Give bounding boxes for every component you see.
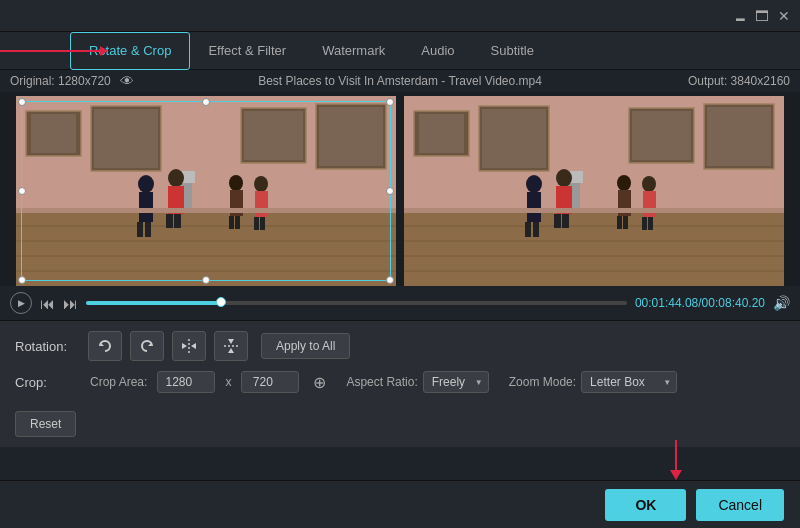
arrow-line [675,440,677,470]
crop-width-input[interactable] [157,371,215,393]
left-preview-inner [16,96,396,286]
rotation-label: Rotation: [15,339,80,354]
crop-handle-bl[interactable] [18,276,26,284]
svg-rect-63 [642,217,647,230]
svg-rect-64 [648,217,653,230]
svg-rect-46 [707,107,771,166]
video-previews [0,92,800,286]
svg-rect-50 [527,192,541,222]
crop-handle-mr[interactable] [386,187,394,195]
crop-label: Crop: [15,375,80,390]
svg-rect-55 [554,214,561,228]
svg-rect-33 [404,211,784,286]
zoom-mode-label: Zoom Mode: [509,375,576,389]
tab-audio[interactable]: Audio [403,32,472,70]
svg-rect-52 [533,222,539,237]
apply-to-all-button[interactable]: Apply to All [261,333,350,359]
aspect-ratio-select[interactable]: Freely 16:9 4:3 1:1 [423,371,489,393]
original-resolution: Original: 1280x720 [10,74,111,88]
tab-bar: Rotate & Crop Effect & Filter Watermark … [0,32,800,70]
svg-rect-62 [643,191,656,217]
play-button[interactable]: ▶ [10,292,32,314]
progress-bar[interactable] [86,301,627,305]
svg-rect-59 [617,216,622,229]
tab-subtitle[interactable]: Subtitle [473,32,552,70]
aspect-ratio-group: Aspect Ratio: Freely 16:9 4:3 1:1 [346,371,488,393]
svg-rect-56 [562,214,569,228]
x-separator: x [225,375,231,389]
crop-handle-br[interactable] [386,276,394,284]
ok-indicator-arrow [670,440,682,480]
flip-horizontal-button[interactable] [172,331,206,361]
minimize-button[interactable]: 🗕 [732,8,748,24]
title-bar-buttons: 🗕 🗖 ✕ [732,8,792,24]
svg-rect-44 [632,111,691,160]
video-info-bar: Original: 1280x720 👁 Best Places to Visi… [0,70,800,92]
svg-marker-70 [191,343,196,349]
output-info: Output: 3840x2160 [688,74,790,88]
svg-rect-42 [482,109,546,168]
svg-marker-72 [228,339,234,344]
svg-point-49 [526,175,542,193]
close-button[interactable]: ✕ [776,8,792,24]
zoom-mode-select-wrap: Letter Box Pan & Scan Full [581,371,677,393]
move-icon: ⊕ [313,373,326,392]
crop-handle-tl[interactable] [18,98,26,106]
svg-rect-51 [525,222,531,237]
zoom-mode-select[interactable]: Letter Box Pan & Scan Full [581,371,677,393]
cancel-button[interactable]: Cancel [696,489,784,521]
left-preview [16,96,396,286]
original-info: Original: 1280x720 👁 [10,73,134,89]
svg-point-57 [617,175,631,191]
reset-button[interactable]: Reset [15,411,76,437]
crop-handle-tm[interactable] [202,98,210,106]
crop-width-wrap [157,371,215,393]
time-display: 00:01:44.08/00:08:40.20 [635,296,765,310]
rotate-right-button[interactable] [130,331,164,361]
aspect-ratio-select-wrap: Freely 16:9 4:3 1:1 [423,371,489,393]
svg-marker-69 [182,343,187,349]
tab-watermark[interactable]: Watermark [304,32,403,70]
ok-button[interactable]: OK [605,489,686,521]
eye-icon[interactable]: 👁 [120,73,134,89]
crop-handle-ml[interactable] [18,187,26,195]
svg-rect-65 [404,208,784,213]
crop-overlay[interactable] [21,101,391,281]
svg-rect-60 [623,216,628,229]
crop-height-input[interactable] [241,371,299,393]
video-title: Best Places to Visit In Amsterdam - Trav… [258,74,542,88]
rotate-left-icon [96,337,114,355]
progress-thumb[interactable] [216,297,226,307]
bottom-bar: OK Cancel [0,480,800,528]
progress-fill [86,301,221,305]
reset-row: Reset [15,401,785,437]
crop-height-wrap [241,371,299,393]
aspect-ratio-label: Aspect Ratio: [346,375,417,389]
right-preview-inner [404,96,784,286]
crop-area-label: Crop Area: [90,375,147,389]
skip-back-button[interactable]: ⏮ [40,295,55,312]
playback-bar: ▶ ⏮ ⏭ 00:01:44.08/00:08:40.20 🔊 [0,286,800,320]
rotate-right-icon [138,337,156,355]
flip-vertical-button[interactable] [214,331,248,361]
crop-handle-tr[interactable] [386,98,394,106]
right-scene [404,96,784,286]
arrow-head [670,470,682,480]
crop-handle-bm[interactable] [202,276,210,284]
volume-icon[interactable]: 🔊 [773,295,790,311]
svg-rect-40 [419,114,464,153]
tab-effect-filter[interactable]: Effect & Filter [190,32,304,70]
right-preview [404,96,784,286]
arrow-line [0,50,100,52]
crop-row: Crop: Crop Area: x ⊕ Aspect Ratio: Freel… [15,371,785,393]
controls-area: Rotation: [0,320,800,447]
maximize-button[interactable]: 🗖 [754,8,770,24]
title-bar: 🗕 🗖 ✕ [0,0,800,32]
rotate-left-button[interactable] [88,331,122,361]
svg-point-53 [556,169,572,187]
flip-h-icon [180,337,198,355]
step-forward-button[interactable]: ⏭ [63,295,78,312]
flip-v-icon [222,337,240,355]
rotation-row: Rotation: [15,331,785,361]
zoom-mode-group: Zoom Mode: Letter Box Pan & Scan Full [509,371,677,393]
